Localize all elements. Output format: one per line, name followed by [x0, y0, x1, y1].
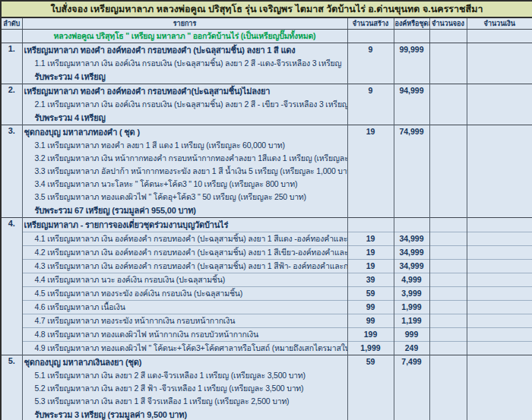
col-header-reserve-qty: จำนวนจอง	[429, 17, 467, 30]
item-subline: 4.5 เหรียญมหาลาภ ทองระฆัง องค์เงิน กรอบเ…	[22, 287, 347, 301]
table-row: 4.1 เหรียญมหาลาภ เงิน องค์ทองคำ กรอบทองค…	[1, 232, 532, 246]
item-subline: 3.2 เหรียญมหาลาภ เงิน หน้ากากทองคำ กรอบห…	[22, 152, 347, 165]
item-title: เหรียญมหาลาภ ทองคำ องค์ทองคำ กรอบทองคำ (…	[22, 43, 347, 58]
item-subline: 4.1 เหรียญมหาลาภ เงิน องค์ทองคำ กรอบทองค…	[22, 232, 347, 246]
unit-price-cell: 34,999	[394, 260, 429, 273]
table-row: 4.2 เหรียญมหาลาภ เงิน องค์ทองคำ กรอบทองค…	[1, 246, 532, 260]
note-text: หลวงพ่อคูณ ปริสุทฺโธ " เหรียญ มหาลาภ " อ…	[22, 30, 347, 43]
item-footer: รับพระรวม 3 เหรียญ (รวมมูลค่า 9,500 บาท)	[22, 408, 347, 420]
reserve-qty-cell	[429, 287, 467, 301]
unit-price-cell: 94,999	[394, 84, 429, 125]
table-row: 4.9 เหรียญมหาลาภ ทองแดงผิวไฟ " โค้ดนะ+โค…	[1, 342, 532, 355]
row-number: 1.	[1, 43, 22, 84]
note-amount-cell	[467, 30, 532, 43]
qty-made-cell: 59	[347, 287, 394, 301]
item-footer: รับพระรวม 67 เหรียญ (รวมมูลค่า 955,00 บา…	[22, 204, 347, 218]
row-number: 4.	[1, 218, 22, 355]
header-row: ลำดับ รายการ จำนวนสร้าง องค์หรือชุดละ จำ…	[1, 17, 532, 30]
table-row: 4.7 เหรียญมหาลาภ ทองระฆัง หน้ากากเงิน กร…	[1, 314, 532, 328]
item-subline: 3.1 เหรียญมหาลาภ ทองคำ ลงยา 1 สี แดง 1 เ…	[22, 139, 347, 152]
item-subline: 5.1 เหรียญมหาลาภ เงิน ลงยา 2 สี แดง-จีวร…	[22, 369, 347, 382]
order-table: ใบสั่งจอง เหรียญมหาลาภ หลวงพ่อคูณ ปริสุท…	[0, 0, 532, 420]
item-subline: 4.7 เหรียญมหาลาภ ทองระฆัง หน้ากากเงิน กร…	[22, 314, 347, 328]
item-subline: 5.3 เหรียญมหาลาภ เงิน ลงยา 1 สี จีวรเหลื…	[22, 395, 347, 408]
amount-cell	[467, 232, 532, 246]
table-row: 4.8 เหรียญมหาลาภ ทองแดงผิวไฟ หน้ากากเงิน…	[1, 328, 532, 342]
item-subline: 4.4 เหรียญมหาลาภ นวะ องค์เงิน กรอบเงิน (…	[22, 273, 347, 287]
qty-made-cell: 19	[347, 246, 394, 260]
unit-price-cell: 1,199	[394, 314, 429, 328]
col-header-item: รายการ	[22, 17, 347, 30]
item-subline: 4.6 เหรียญมหาลาภ เนื้อเงิน	[22, 301, 347, 314]
unit-price-cell: 3,999	[394, 287, 429, 301]
item-footer: รับพระรวม 4 เหรียญ	[22, 70, 347, 84]
amount-cell	[467, 260, 532, 273]
item-subline: 3.3 เหรียญมหาลาภ อัลปาก้า หน้ากากทองระฆั…	[22, 165, 347, 178]
item-subline: 1.1 เหรียญมหาลาภ เงิน องค์เงิน กรอบเงิน …	[22, 57, 347, 70]
table-row: 4.เหรียญมหาลาภ - รายการจองเดี่ยวชุดร่วมง…	[1, 218, 532, 232]
qty-made-cell: 19	[347, 260, 394, 273]
item-subline: 4.9 เหรียญมหาลาภ ทองแดงผิวไฟ " โค้ดนะ+โค…	[22, 342, 347, 355]
unit-price-cell	[394, 218, 429, 232]
table-row: 3.ชุดกองบุญ มหาลาภทองคำ ( ชุด )1974,999	[1, 125, 532, 140]
col-header-order: ลำดับ	[1, 17, 22, 30]
unit-price-cell: 34,999	[394, 246, 429, 260]
qty-made-cell: 19	[347, 232, 394, 246]
item-subline: 3.4 เหรียญมหาลาภ นวะโลหะ " โค้ดนะ+โค้ด3 …	[22, 178, 347, 191]
qty-made-cell: 99	[347, 301, 394, 314]
qty-made-cell	[347, 218, 394, 232]
qty-made-cell: 39	[347, 273, 394, 287]
note-qty-made-cell	[347, 30, 394, 43]
title-row: ใบสั่งจอง เหรียญมหาลาภ หลวงพ่อคูณ ปริสุท…	[1, 1, 532, 17]
reserve-qty-cell	[429, 273, 467, 287]
reserve-qty-cell	[429, 355, 467, 420]
amount-cell	[467, 125, 532, 218]
table-row: 4.4 เหรียญมหาลาภ นวะ องค์เงิน กรอบเงิน (…	[1, 273, 532, 287]
qty-made-cell: 19	[347, 125, 394, 218]
qty-made-cell: 99	[347, 314, 394, 328]
item-title: เหรียญมหาลาภ - รายการจองเดี่ยวชุดร่วมงาน…	[22, 218, 347, 232]
unit-price-cell: 249	[394, 342, 429, 355]
item-subline: 2.1 เหรียญมหาลาภ เงิน องค์เงิน กรอบเงิน …	[22, 98, 347, 111]
form-title: ใบสั่งจอง เหรียญมหาลาภ หลวงพ่อคูณ ปริสุท…	[1, 1, 532, 17]
col-header-amount: จำนวนเงิน	[467, 17, 532, 30]
unit-price-cell: 99,999	[394, 43, 429, 84]
table-row: 5.ชุดกองบุญ มหาลาภเงินลงยา (ชุด)597,499	[1, 355, 532, 370]
item-subline: 5.2 เหรียญมหาลาภ เงิน ลงยา 2 สี ฟ้า -จีว…	[22, 382, 347, 395]
amount-cell	[467, 314, 532, 328]
amount-cell	[467, 84, 532, 125]
unit-price-cell: 7,499	[394, 355, 429, 420]
unit-price-cell: 999	[394, 328, 429, 342]
note-order-cell	[1, 30, 22, 43]
order-form-sheet: ใบสั่งจอง เหรียญมหาลาภ หลวงพ่อคูณ ปริสุท…	[0, 0, 532, 420]
amount-cell	[467, 328, 532, 342]
reserve-qty-cell	[429, 232, 467, 246]
table-row: 2.เหรียญมหาลาภ ทองคำ องค์ทองคำ กรอบทองคำ…	[1, 84, 532, 99]
note-row: หลวงพ่อคูณ ปริสุทฺโธ " เหรียญ มหาลาภ " อ…	[1, 30, 532, 43]
reserve-qty-cell	[429, 314, 467, 328]
unit-price-cell: 74,999	[394, 125, 429, 218]
reserve-qty-cell	[429, 342, 467, 355]
item-title: ชุดกองบุญ มหาลาภเงินลงยา (ชุด)	[22, 355, 347, 370]
amount-cell	[467, 301, 532, 314]
reserve-qty-cell	[429, 84, 467, 125]
item-title: ชุดกองบุญ มหาลาภทองคำ ( ชุด )	[22, 125, 347, 140]
unit-price-cell: 1,999	[394, 301, 429, 314]
qty-made-cell: 59	[347, 355, 394, 420]
col-header-qty-made: จำนวนสร้าง	[347, 17, 394, 30]
reserve-qty-cell	[429, 43, 467, 84]
table-row: 1.เหรียญมหาลาภ ทองคำ องค์ทองคำ กรอบทองคำ…	[1, 43, 532, 58]
amount-cell	[467, 355, 532, 420]
unit-price-cell: 4,999	[394, 273, 429, 287]
qty-made-cell: 1,999	[347, 342, 394, 355]
item-title: เหรียญมหาลาภ ทองคำ องค์ทองคำ กรอบทองคำ(ป…	[22, 84, 347, 99]
qty-made-cell: 9	[347, 84, 394, 125]
reserve-qty-cell	[429, 260, 467, 273]
note-reserve-qty-cell	[429, 30, 467, 43]
amount-cell	[467, 246, 532, 260]
item-subline: 3.5 เหรียญมหาลาภ ทองแดงผิวไฟ " โค้ดอุ+โค…	[22, 191, 347, 204]
qty-made-cell: 199	[347, 328, 394, 342]
item-subline: 4.3 เหรียญมหาลาภ เงิน องค์ทองคำ กรอบทองค…	[22, 260, 347, 273]
row-number: 2.	[1, 84, 22, 125]
amount-cell	[467, 287, 532, 301]
